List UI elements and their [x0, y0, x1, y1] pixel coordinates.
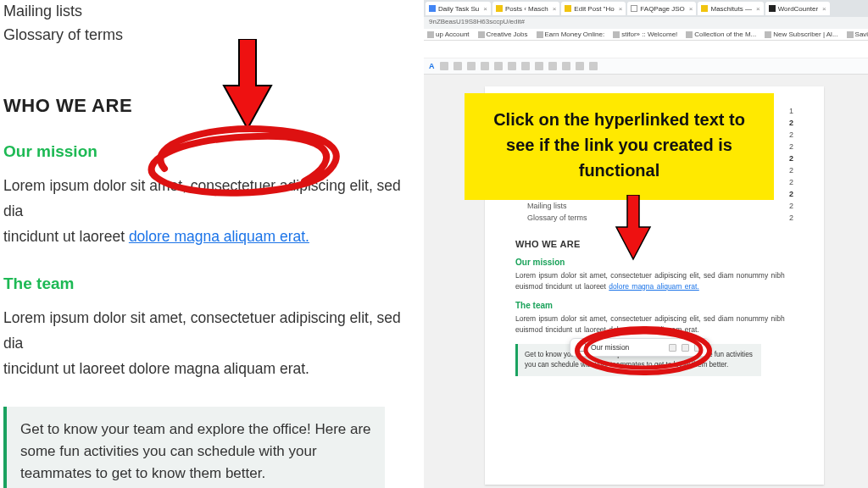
- toc-page: 2: [789, 200, 793, 212]
- indent-decrease-icon[interactable]: [562, 62, 570, 70]
- line-spacing-icon[interactable]: [508, 62, 516, 70]
- bookmark-icon: [427, 31, 434, 38]
- svg-marker-0: [224, 39, 271, 129]
- toc-page: 2: [789, 164, 793, 176]
- toc-page: 2: [789, 188, 793, 200]
- favicon-icon: [565, 5, 571, 12]
- toc-label: Glossary of terms: [527, 212, 587, 224]
- left-document-view: Mailing lists Glossary of terms WHO WE A…: [0, 0, 424, 488]
- browser-tab[interactable]: Posts ‹ Masch×: [492, 2, 559, 15]
- toc-row[interactable]: Glossary of terms2: [515, 212, 793, 224]
- toc-page: 2: [789, 152, 793, 164]
- doc-who-heading: WHO WE ARE: [515, 239, 793, 249]
- insert-link-icon[interactable]: [453, 62, 462, 70]
- close-icon[interactable]: ×: [689, 5, 693, 13]
- mission-hyperlink[interactable]: dolore magna aliquam erat.: [129, 228, 309, 245]
- bookmark-icon: [537, 31, 543, 38]
- favicon-icon: [769, 5, 776, 12]
- mission-text-line2-pre: tincidunt ut laoreet: [3, 228, 129, 245]
- clear-format-icon[interactable]: [589, 62, 598, 70]
- bookmarks-bar: up Account Creative Jobs Earn Money Onli…: [424, 29, 868, 41]
- close-icon[interactable]: ×: [553, 5, 557, 13]
- browser-tab[interactable]: FAQPage JSO×: [627, 2, 696, 15]
- browser-tab-strip: Daily Task Su× Posts ‹ Masch× Edit Post …: [424, 0, 868, 17]
- bookmark-label: Collection of the M...: [694, 30, 756, 38]
- team-paragraph: Lorem ipsum dolor sit amet, consectetuer…: [3, 305, 424, 381]
- the-team-heading: The team: [3, 274, 424, 293]
- toc-page: 2: [789, 117, 793, 129]
- toc-label: Mailing lists: [527, 200, 567, 212]
- svg-marker-1: [616, 195, 650, 259]
- toc-page: 2: [789, 129, 793, 141]
- insert-image-icon[interactable]: [481, 62, 489, 70]
- browser-tab[interactable]: Edit Post "Ho×: [561, 2, 626, 15]
- tab-label: Edit Post "Ho: [574, 5, 614, 13]
- browser-tab[interactable]: Maschituts —×: [698, 2, 763, 15]
- numbered-list-icon[interactable]: [548, 62, 557, 70]
- annotation-circle-icon: [579, 327, 708, 374]
- highlight-icon[interactable]: [440, 62, 448, 70]
- team-text-line2: tincidunt ut laoreet dolore magna aliqua…: [3, 360, 309, 377]
- toc-fragment: Mailing lists Glossary of terms: [3, 0, 424, 46]
- bullet-list-icon[interactable]: [535, 62, 543, 70]
- close-icon[interactable]: ×: [619, 5, 623, 13]
- tab-label: Maschituts —: [710, 5, 751, 13]
- favicon-icon: [701, 5, 708, 12]
- docs-toolbar: A: [424, 58, 868, 75]
- text-color-icon[interactable]: A: [429, 62, 435, 70]
- toc-page: 2: [789, 212, 793, 224]
- bookmark-label: Saving the: [855, 30, 868, 38]
- favicon-icon: [429, 5, 436, 12]
- bookmark-label: stifor» :: Welcome!: [621, 30, 677, 38]
- bookmark-label: New Subscriber | Al...: [773, 30, 837, 38]
- bookmark-icon: [765, 31, 771, 38]
- indent-increase-icon[interactable]: [576, 62, 584, 70]
- bookmark-icon: [847, 31, 854, 38]
- bookmark-icon: [478, 31, 485, 38]
- favicon-icon: [496, 5, 503, 12]
- checklist-icon[interactable]: [521, 62, 530, 70]
- annotation-circle-icon: [135, 118, 355, 198]
- toc-page: 1: [789, 105, 793, 117]
- bookmark-label: Earn Money Online:: [545, 30, 605, 38]
- bookmark-item[interactable]: stifor» :: Welcome!: [613, 30, 677, 38]
- align-icon[interactable]: [494, 62, 503, 70]
- toc-row[interactable]: Mailing lists2: [515, 200, 793, 212]
- toc-item: Mailing lists: [3, 0, 424, 22]
- tab-label: FAQPage JSO: [640, 5, 684, 13]
- bookmark-item[interactable]: Creative Jobs: [478, 30, 528, 38]
- comment-icon[interactable]: [467, 62, 476, 70]
- annotation-arrow-icon: [612, 195, 654, 263]
- browser-tab[interactable]: Daily Task Su×: [426, 2, 491, 15]
- doc-mission-hyperlink[interactable]: dolore magna aliquam erat.: [609, 282, 698, 291]
- bookmark-item[interactable]: Collection of the M...: [686, 30, 756, 38]
- toc-page: 2: [789, 176, 793, 188]
- bookmark-icon: [613, 31, 620, 38]
- close-icon[interactable]: ×: [822, 5, 826, 13]
- bookmark-item[interactable]: up Account: [427, 30, 470, 38]
- doc-team-heading: The team: [515, 301, 793, 310]
- bookmark-label: Creative Jobs: [487, 30, 528, 38]
- instruction-callout: Click on the hyperlinked text to see if …: [465, 93, 774, 200]
- doc-mission-paragraph: Lorem ipsum dolor sit amet, consectetuer…: [515, 270, 793, 292]
- bookmark-label: up Account: [436, 30, 470, 38]
- tab-label: Daily Task Su: [438, 5, 479, 13]
- bookmark-item[interactable]: New Subscriber | Al...: [765, 30, 837, 38]
- tab-label: Posts ‹ Masch: [505, 5, 548, 13]
- doc-mission-heading: Our mission: [515, 258, 793, 267]
- address-bar[interactable]: 9nZBeasU19S8H63sccpU/edit#: [424, 17, 868, 29]
- favicon-icon: [631, 5, 637, 12]
- svg-point-3: [586, 332, 701, 368]
- bookmark-icon: [686, 31, 693, 38]
- docs-header: [424, 41, 868, 58]
- who-we-are-heading: WHO WE ARE: [3, 95, 424, 117]
- toc-item: Glossary of terms: [3, 24, 424, 46]
- browser-tab[interactable]: WordCounter×: [765, 2, 830, 15]
- bookmark-item[interactable]: Earn Money Online:: [537, 30, 605, 38]
- team-text-line1: Lorem ipsum dolor sit amet, consectetuer…: [3, 309, 401, 352]
- close-icon[interactable]: ×: [483, 5, 487, 13]
- close-icon[interactable]: ×: [756, 5, 760, 13]
- bookmark-item[interactable]: Saving the: [847, 30, 868, 38]
- tab-label: WordCounter: [778, 5, 818, 13]
- toc-page: 2: [789, 141, 793, 152]
